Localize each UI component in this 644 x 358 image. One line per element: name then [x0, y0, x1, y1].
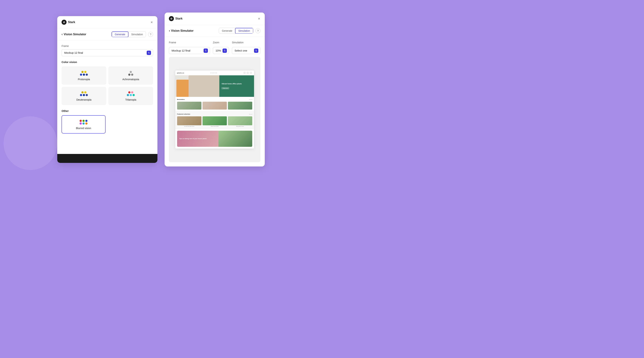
mockup-header-bar: plants.co [175, 71, 254, 75]
right-back-button[interactable]: ‹ Vision Simulator [169, 29, 217, 33]
right-nav-title: Vision Simulator [171, 29, 194, 33]
right-help-button[interactable]: ? [256, 28, 260, 33]
left-panel: ⊘ Stark × ‹ Vision Simulator Generate Si… [57, 16, 158, 163]
right-nav: ‹ Vision Simulator Generate Simulation ? [164, 25, 265, 37]
mockup-nav-dot-4 [215, 73, 216, 73]
left-frame-label: Frame [62, 45, 153, 48]
other-section: Other Blurred vision [62, 109, 153, 134]
achro-dot-1 [130, 71, 132, 73]
right-simulation-select[interactable]: Select one [232, 47, 260, 54]
left-color-vision-title: Color vision [62, 61, 153, 64]
mockup-featured-header: Featured collection See all [177, 113, 252, 115]
mockup-preview: plants.co [175, 71, 254, 149]
mockup-product-grid [177, 102, 252, 110]
right-panel-header: ⊘ Stark × [164, 13, 265, 25]
right-frame-select[interactable]: Mockup 12 final [169, 47, 210, 54]
trit-dot-5 [132, 94, 135, 96]
left-panel-content: Frame Mockup 12 final ⇅ Color vision [57, 40, 158, 154]
proto-dot-1 [82, 71, 84, 73]
left-nav: ‹ Vision Simulator Generate Simulation ? [57, 29, 158, 40]
right-brand-name: Stark [175, 17, 182, 20]
left-frame-select-wrapper: Mockup 12 final ⇅ [62, 49, 153, 56]
blur-dot-4 [80, 122, 82, 125]
protonopia-dots [80, 70, 88, 76]
achromatopsia-dots [128, 70, 133, 76]
deut-dot-2 [84, 91, 86, 93]
left-frame-select[interactable]: Mockup 12 final [62, 49, 153, 56]
left-nav-title: Vision Simulator [64, 33, 86, 36]
left-close-button[interactable]: × [150, 20, 153, 24]
achro-dot-2 [128, 74, 130, 76]
right-tab-generate[interactable]: Generate [219, 28, 235, 34]
mockup-featured-label-3: Rare gifts for lovers [228, 126, 252, 127]
vision-card-blurred-vision[interactable]: Blurred vision [62, 115, 106, 134]
left-tab-simulation[interactable]: Simulation [128, 32, 146, 37]
left-back-button[interactable]: ‹ Vision Simulator [62, 33, 109, 36]
trit-dot-4 [130, 94, 132, 96]
mockup-nav-dot-2 [212, 73, 213, 73]
mockup-featured-link: See all [249, 114, 252, 115]
mockup-icon-1 [243, 72, 246, 74]
right-brand: ⊘ Stark [169, 16, 182, 21]
mockup-featured-item-1: For the home plant lovers [177, 116, 202, 127]
tritanopia-label: Tritanopia [125, 98, 136, 101]
mockup-nav-dot-3 [213, 73, 214, 73]
blur-dot-2 [82, 120, 84, 122]
right-panel-content: Frame Mockup 12 final ⇅ Zoom 10% [164, 37, 265, 166]
stark-logo-icon: ⊘ [62, 20, 66, 25]
proto-dot-5 [86, 74, 88, 76]
mockup-nav-dots [210, 73, 217, 73]
mockup-featured-title: Featured collection [177, 113, 190, 115]
trit-dot-3 [127, 94, 129, 96]
mockup-bestsellers-section: Bestsellers See all [175, 97, 254, 111]
mockup-hero-title: Vibrant home office plants [222, 83, 252, 85]
right-tab-simulation[interactable]: Simulation [235, 28, 253, 34]
left-brand: ⊘ Stark [62, 20, 75, 25]
mockup-featured-item-3: Rare gifts for lovers [228, 116, 252, 127]
deut-dot-5 [86, 94, 88, 96]
mockup-blog-section: Tips on taking care of your house plants [175, 129, 254, 149]
vision-card-tritanopia[interactable]: Tritanopia [108, 87, 153, 105]
other-title: Other [62, 109, 153, 112]
mockup-bestsellers-link: See all [249, 99, 252, 100]
blur-dot-1 [80, 120, 82, 122]
mockup-featured-grid: For the home plant lovers Vibrant home p… [177, 116, 252, 127]
right-close-button[interactable]: × [258, 17, 260, 21]
mockup-hero-button: Shop now [222, 87, 229, 89]
achromatopsia-label: Achromatopsia [122, 78, 139, 81]
mockup-icon-3 [250, 72, 252, 74]
right-simulation-group: Simulation Select one ⇅ [232, 41, 260, 54]
vision-card-deuteranopia[interactable]: Deuteranopia [62, 87, 106, 105]
vision-card-protonopia[interactable]: Protonopia [62, 66, 106, 85]
mockup-nav-dot-1 [210, 73, 211, 73]
proto-dot-3 [80, 74, 82, 76]
mockup-blog-card: Tips on taking care of your house plants [177, 131, 252, 147]
mockup-product-3 [228, 102, 252, 110]
right-zoom-select[interactable]: 10% [213, 47, 229, 54]
right-zoom-select-wrapper: 10% ⇅ [213, 47, 229, 54]
right-back-arrow-icon: ‹ [169, 29, 170, 33]
mockup-featured-label-2: Vibrant home plants [202, 126, 227, 127]
blur-dots [80, 119, 88, 125]
left-tab-generate[interactable]: Generate [112, 32, 128, 37]
left-tab-group: Generate Simulation [112, 31, 146, 37]
mockup-featured-img-3 [228, 116, 252, 125]
mockup-blog-image [218, 131, 252, 147]
right-frame-group: Frame Mockup 12 final ⇅ [169, 41, 210, 54]
vision-card-achromatopsia[interactable]: Achromatopsia [108, 66, 153, 85]
mockup-product-2 [202, 102, 227, 110]
right-controls-row: Frame Mockup 12 final ⇅ Zoom 10% [169, 41, 260, 54]
right-simulation-select-wrapper: Select one ⇅ [232, 47, 260, 54]
right-frame-label: Frame [169, 41, 210, 44]
left-help-button[interactable]: ? [148, 32, 153, 37]
right-preview-area: plants.co [169, 57, 260, 162]
trit-dot-1 [128, 91, 130, 93]
deut-dot-1 [82, 91, 84, 93]
mockup-hero-left [175, 75, 220, 97]
proto-dot-2 [84, 71, 86, 73]
mockup-icon-2 [246, 72, 249, 74]
deut-dot-4 [83, 94, 85, 96]
right-panel: ⊘ Stark × ‹ Vision Simulator Generate Si… [164, 13, 265, 166]
mockup-featured-img-2 [202, 116, 227, 125]
deuteranopia-dots [80, 91, 88, 97]
